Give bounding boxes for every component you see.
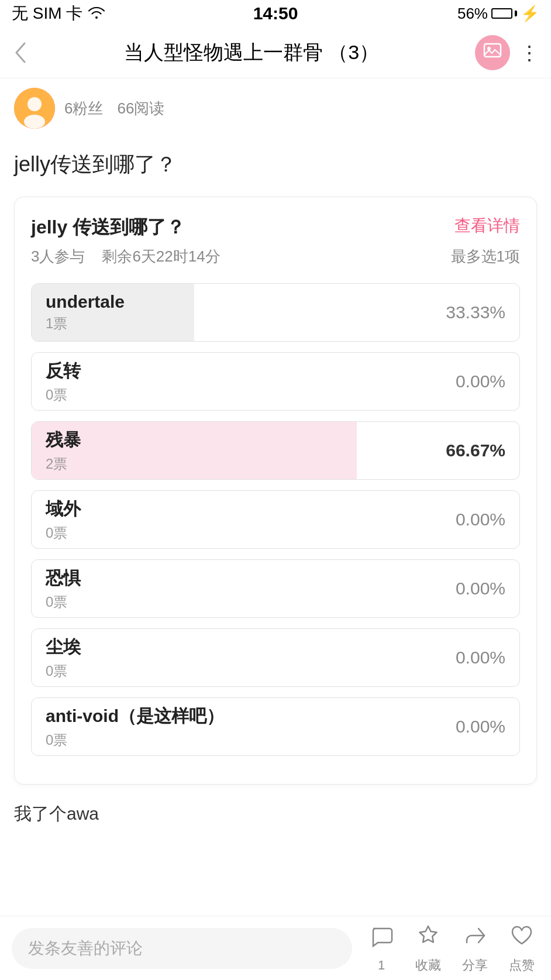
poll-option-content: undertale1票 bbox=[46, 292, 125, 333]
poll-option-pct: 0.00% bbox=[456, 510, 505, 529]
charging-icon: ⚡ bbox=[521, 5, 539, 23]
status-time: 14:50 bbox=[253, 4, 298, 23]
followers-count: 6粉丝 bbox=[64, 98, 103, 119]
poll-option-pct: 0.00% bbox=[456, 648, 505, 668]
comment-count: 1 bbox=[378, 958, 385, 973]
battery-pct: 56% bbox=[457, 5, 488, 23]
poll-option-name: 反转 bbox=[46, 359, 81, 383]
poll-option-pct: 0.00% bbox=[456, 579, 505, 599]
comment-action[interactable]: 1 bbox=[364, 924, 399, 973]
bottom-bar: 发条友善的评论 1 收藏 分享 点赞 bbox=[0, 916, 551, 980]
more-button[interactable]: ⋮ bbox=[519, 41, 539, 64]
poll-option-pct: 33.33% bbox=[446, 302, 505, 322]
poll-option[interactable]: 域外0票0.00% bbox=[31, 490, 520, 549]
avatar-button[interactable] bbox=[475, 35, 510, 70]
share-label: 分享 bbox=[462, 957, 488, 974]
status-bar: 无 SIM 卡 14:50 56% ⚡ bbox=[0, 0, 551, 27]
svg-point-3 bbox=[27, 97, 42, 111]
poll-option-name: 恐惧 bbox=[46, 566, 81, 590]
poll-option-votes: 0票 bbox=[46, 593, 81, 611]
poll-header: jelly 传送到哪了？ 查看详情 bbox=[31, 215, 520, 240]
reads-count: 66阅读 bbox=[117, 98, 164, 119]
poll-option-pct: 0.00% bbox=[456, 717, 505, 737]
poll-option-content: 尘埃0票 bbox=[46, 635, 81, 680]
back-button[interactable] bbox=[12, 40, 28, 66]
author-stats: 6粉丝 66阅读 bbox=[64, 98, 164, 119]
poll-option-content: anti-void（是这样吧）0票 bbox=[46, 704, 224, 749]
author-avatar[interactable] bbox=[14, 88, 55, 129]
poll-option-votes: 0票 bbox=[46, 524, 81, 542]
comment-input[interactable]: 发条友善的评论 bbox=[12, 928, 352, 969]
poll-card: jelly 传送到哪了？ 查看详情 3人参与 剩余6天22时14分 最多选1项 … bbox=[14, 197, 537, 785]
like-label: 点赞 bbox=[509, 957, 535, 974]
favorite-action[interactable]: 收藏 bbox=[411, 923, 446, 974]
poll-participants: 3人参与 剩余6天22时14分 bbox=[31, 246, 221, 267]
poll-option-name: undertale bbox=[46, 292, 125, 312]
svg-point-4 bbox=[24, 115, 45, 129]
poll-option-votes: 0票 bbox=[46, 386, 81, 404]
article-continuation: 我了个awa bbox=[0, 796, 551, 832]
no-sim-text: 无 SIM 卡 bbox=[12, 2, 82, 25]
poll-option-name: anti-void（是这样吧） bbox=[46, 704, 224, 728]
poll-option-votes: 0票 bbox=[46, 662, 81, 680]
status-right: 56% ⚡ bbox=[457, 5, 539, 23]
poll-option-pct: 0.00% bbox=[456, 372, 505, 391]
comment-placeholder: 发条友善的评论 bbox=[28, 937, 143, 960]
poll-title: jelly 传送到哪了？ bbox=[31, 215, 185, 240]
poll-option-content: 域外0票 bbox=[46, 497, 81, 542]
like-icon bbox=[509, 923, 535, 954]
poll-option-content: 恐惧0票 bbox=[46, 566, 81, 611]
poll-option-votes: 2票 bbox=[46, 455, 81, 473]
poll-options-container: undertale1票33.33%反转0票0.00%残暴2票66.67%域外0票… bbox=[31, 283, 520, 756]
poll-option[interactable]: undertale1票33.33% bbox=[31, 283, 520, 342]
status-left: 无 SIM 卡 bbox=[12, 2, 106, 25]
poll-meta: 3人参与 剩余6天22时14分 最多选1项 bbox=[31, 246, 520, 267]
poll-option[interactable]: 残暴2票66.67% bbox=[31, 421, 520, 480]
nav-bar: 当人型怪物遇上一群骨 （3） ⋮ bbox=[0, 27, 551, 78]
share-icon bbox=[462, 923, 488, 954]
poll-option-content: 反转0票 bbox=[46, 359, 81, 404]
poll-option-pct: 66.67% bbox=[446, 441, 505, 460]
poll-option[interactable]: anti-void（是这样吧）0票0.00% bbox=[31, 697, 520, 756]
poll-detail-link[interactable]: 查看详情 bbox=[454, 215, 520, 237]
poll-option-votes: 0票 bbox=[46, 731, 224, 749]
nav-actions: ⋮ bbox=[475, 35, 539, 70]
poll-option-content: 残暴2票 bbox=[46, 428, 81, 473]
page-title: 当人型怪物遇上一群骨 （3） bbox=[28, 39, 475, 66]
poll-option[interactable]: 尘埃0票0.00% bbox=[31, 628, 520, 687]
poll-option-name: 残暴 bbox=[46, 428, 81, 452]
star-icon bbox=[415, 923, 441, 954]
poll-max-select: 最多选1项 bbox=[451, 246, 520, 267]
poll-option-name: 尘埃 bbox=[46, 635, 81, 659]
poll-option-name: 域外 bbox=[46, 497, 81, 521]
comment-icon bbox=[369, 924, 394, 955]
author-info: 6粉丝 66阅读 bbox=[0, 78, 551, 138]
poll-option[interactable]: 反转0票0.00% bbox=[31, 352, 520, 411]
wifi-icon bbox=[87, 4, 106, 23]
image-icon bbox=[483, 41, 502, 64]
poll-option[interactable]: 恐惧0票0.00% bbox=[31, 559, 520, 618]
svg-rect-0 bbox=[484, 44, 501, 57]
share-action[interactable]: 分享 bbox=[457, 923, 493, 974]
poll-option-votes: 1票 bbox=[46, 314, 125, 333]
like-action[interactable]: 点赞 bbox=[504, 923, 539, 974]
favorite-label: 收藏 bbox=[415, 957, 441, 974]
article-heading: jelly传送到哪了？ bbox=[0, 138, 551, 185]
battery-icon bbox=[491, 8, 517, 19]
